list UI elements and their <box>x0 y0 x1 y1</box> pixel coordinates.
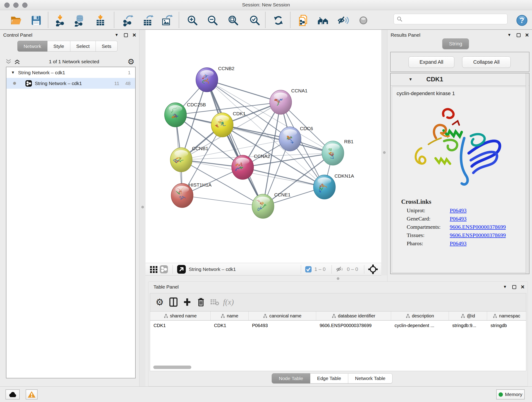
panel-float-icon[interactable] <box>517 33 520 37</box>
expand-all-button[interactable]: Expand All <box>409 56 454 68</box>
network-view[interactable]: CCNB2CCNA1CDC25BCDK1CDC6RB1CCNB1CCNA2CDK… <box>146 30 381 263</box>
warnings-button[interactable] <box>26 389 38 400</box>
window-minimize-button[interactable] <box>13 2 19 8</box>
network-row-selected[interactable]: String Network – cdk1 11 48 <box>6 78 135 89</box>
save-session-button[interactable] <box>29 14 43 27</box>
section-collapse-icon[interactable]: ▼ <box>409 77 413 82</box>
selected-checkbox-icon[interactable] <box>305 266 312 273</box>
table-cell[interactable]: stringdb <box>487 323 526 328</box>
results-scrollbar-track[interactable] <box>526 73 529 274</box>
export-image-button[interactable] <box>160 14 174 27</box>
network-node-CCNB1[interactable] <box>170 148 192 172</box>
panel-close-icon[interactable]: × <box>133 33 136 37</box>
table-cell[interactable]: P06493 <box>249 323 316 328</box>
panel-menu-icon[interactable]: ▼ <box>503 285 507 289</box>
open-session-button[interactable] <box>9 14 23 27</box>
crosslink-value-link[interactable]: 9606.ENSP00000378699 <box>450 232 506 238</box>
column-header-description[interactable]: description <box>391 312 449 320</box>
column-header-shared-name[interactable]: shared name <box>150 312 210 320</box>
cloud-status-button[interactable] <box>6 389 20 400</box>
import-network-database-button[interactable] <box>72 14 86 27</box>
tab-sets[interactable]: Sets <box>96 41 118 51</box>
import-network-file-button[interactable] <box>53 14 67 27</box>
panel-close-icon[interactable]: × <box>525 33 529 37</box>
refresh-layout-button[interactable] <box>272 14 285 27</box>
network-node-CDC6[interactable] <box>279 127 301 151</box>
tab-node-table[interactable]: Node Table <box>272 373 310 383</box>
window-close-button[interactable] <box>4 2 10 8</box>
copy-network-button[interactable] <box>297 14 310 27</box>
import-table-button[interactable] <box>94 14 107 27</box>
collapse-all-icon[interactable] <box>5 59 12 65</box>
panel-menu-icon[interactable]: ▼ <box>114 33 119 37</box>
network-node-CCNA2[interactable] <box>232 155 254 179</box>
gene-section-header[interactable]: ▼ CDK1 <box>391 73 529 86</box>
gear-icon[interactable]: ⚙ <box>128 57 134 66</box>
network-node-CDKN1A[interactable] <box>313 175 336 199</box>
column-header-database-identifier[interactable]: database identifier <box>316 312 391 320</box>
crosslink-value-link[interactable]: 9606.ENSP00000378699 <box>450 224 506 230</box>
birds-eye-view-button[interactable] <box>177 264 186 274</box>
network-edge-CCNB2-CCNE1[interactable] <box>207 80 263 206</box>
zoom-out-button[interactable] <box>206 14 220 27</box>
network-node-CCNB2[interactable] <box>196 68 218 92</box>
column-header-canonical-name[interactable]: canonical name <box>249 312 316 320</box>
panel-float-icon[interactable] <box>512 285 516 289</box>
string-home-button[interactable] <box>317 14 330 27</box>
memory-button[interactable]: Memory <box>496 389 525 400</box>
network-node-CCNA1[interactable] <box>270 90 292 114</box>
zoom-fit-button[interactable] <box>226 14 240 27</box>
table-data-row[interactable]: CDK1CDK1P064939606.ENSP00000378699cyclin… <box>150 321 526 330</box>
column-header-name[interactable]: name <box>210 312 249 320</box>
network-node-CDK1[interactable] <box>211 113 233 137</box>
column-header-@id[interactable]: @id <box>449 312 487 320</box>
search-input[interactable] <box>403 17 507 22</box>
column-header-namespac[interactable]: namespac <box>487 312 526 320</box>
left-splitter-handle[interactable] <box>141 206 144 208</box>
network-node-CCNE1[interactable] <box>252 194 274 218</box>
horizontal-splitter-handle[interactable] <box>337 277 339 280</box>
network-canvas[interactable]: CCNB2CCNA1CDC25BCDK1CDC6RB1CCNB1CCNA2CDK… <box>146 30 381 263</box>
crosslink-value-link[interactable]: P06493 <box>450 216 467 222</box>
hide-unselected-button[interactable] <box>336 14 350 27</box>
create-column-button[interactable] <box>181 296 193 308</box>
table-cell[interactable]: CDK1 <box>150 323 210 328</box>
network-overview-button[interactable] <box>159 264 169 274</box>
zoom-in-button[interactable] <box>186 14 199 27</box>
tab-edge-table[interactable]: Edge Table <box>310 373 348 383</box>
panel-menu-icon[interactable]: ▼ <box>507 33 511 37</box>
collection-expand-icon[interactable]: ▼ <box>11 70 15 75</box>
grid-view-button[interactable] <box>149 264 159 274</box>
help-button[interactable]: ? <box>515 14 529 27</box>
horizontal-scrollbar-thumb[interactable] <box>153 366 191 369</box>
crosslink-value-link[interactable]: P06493 <box>450 240 467 247</box>
panel-float-icon[interactable] <box>124 33 128 37</box>
table-cell[interactable]: CDK1 <box>210 323 249 328</box>
crosslink-value-link[interactable]: P06493 <box>450 207 467 214</box>
delete-table-button[interactable] <box>209 296 221 308</box>
table-cell[interactable]: stringdb:9... <box>449 323 487 328</box>
collapse-all-button[interactable]: Collapse All <box>462 56 511 68</box>
tab-select[interactable]: Select <box>70 41 96 51</box>
export-table-button[interactable] <box>141 14 155 27</box>
table-cell[interactable]: cyclin-dependent ... <box>391 323 449 328</box>
network-collection-row[interactable]: ▼ String Network – cdk1 1 <box>6 67 135 78</box>
right-splitter-handle[interactable] <box>383 151 386 154</box>
network-edge-HIST1H1A-CCNE1[interactable] <box>182 196 263 206</box>
tab-network-table[interactable]: Network Table <box>348 373 393 383</box>
tab-string[interactable]: String <box>443 38 469 49</box>
table-cell[interactable]: 9606.ENSP00000378699 <box>316 323 391 328</box>
network-edge-CCNB2-CCNA1[interactable] <box>207 80 281 102</box>
network-node-RB1[interactable] <box>322 141 344 165</box>
show-columns-button[interactable] <box>167 296 179 308</box>
window-zoom-button[interactable] <box>22 2 27 8</box>
table-settings-button[interactable]: ⚙ <box>154 296 166 308</box>
expand-all-icon[interactable] <box>14 59 21 65</box>
tab-style[interactable]: Style <box>47 41 70 51</box>
network-node-CDC25B[interactable] <box>165 103 186 127</box>
panel-close-icon[interactable]: × <box>521 285 525 289</box>
function-builder-button[interactable]: f(x) <box>222 296 234 308</box>
fit-selected-crosshair-icon[interactable] <box>368 264 378 274</box>
zoom-selected-button[interactable] <box>248 14 262 27</box>
tab-network[interactable]: Network <box>17 41 47 51</box>
